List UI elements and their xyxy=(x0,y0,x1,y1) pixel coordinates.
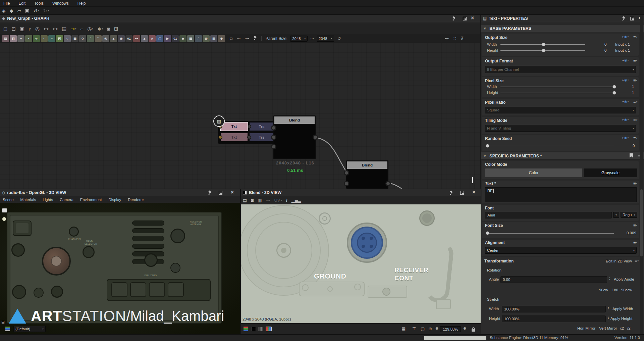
expose-function-icon[interactable]: ▸◉▾ xyxy=(623,78,629,82)
stretch-width-field[interactable]: 100.00% xyxy=(502,306,606,312)
search-icon[interactable]: ◎ xyxy=(35,26,40,32)
splatter-node-button[interactable]: ∴ xyxy=(195,35,202,42)
apply-height-button[interactable]: Apply Height xyxy=(610,316,632,321)
normal-node-button[interactable]: ◉ xyxy=(118,35,125,42)
maximize-icon[interactable] xyxy=(219,191,222,196)
options-menu-icon[interactable]: ≡ xyxy=(633,99,637,104)
menubar-item[interactable]: Tools xyxy=(34,1,44,6)
copy-image-icon[interactable]: ▥ xyxy=(258,198,262,203)
pixel-width-slider[interactable] xyxy=(500,87,615,87)
timing-icon[interactable]: ◷ xyxy=(87,26,93,32)
directional-warp-node-button[interactable]: ▲ xyxy=(141,35,148,42)
options-menu-icon[interactable]: ≡ xyxy=(633,117,637,123)
rotate-180-button[interactable]: 180 xyxy=(612,288,618,292)
parent-size-height-select[interactable]: 2048▾ xyxy=(317,36,334,42)
parent-size-width-select[interactable]: 2048▾ xyxy=(290,36,308,42)
close-icon[interactable]: × xyxy=(471,16,474,20)
edit-in-2d-view-button[interactable]: Edit in 2D View xyxy=(606,259,632,263)
snap-options-icon[interactable]: ∷ xyxy=(453,36,456,41)
info-icon[interactable]: i xyxy=(286,198,287,203)
options-menu-icon[interactable]: ≡ xyxy=(633,35,637,40)
angle-field[interactable]: 0.00 xyxy=(500,276,607,283)
menubar-item[interactable]: Help xyxy=(77,1,86,6)
close-icon[interactable]: × xyxy=(231,190,234,194)
actual-zoom-icon[interactable]: ⊡ xyxy=(11,26,16,32)
options-menu-icon[interactable]: ≡ xyxy=(633,136,637,141)
zoom-out-icon[interactable]: ⊖ xyxy=(435,326,438,331)
maximize-icon[interactable] xyxy=(460,191,464,196)
text-node-2[interactable]: Txt xyxy=(220,133,248,142)
quad-transform-node-button[interactable]: ◇ xyxy=(79,35,86,42)
properties-scrollbar[interactable] xyxy=(640,15,643,334)
view-3d-menu-item[interactable]: Display xyxy=(108,198,121,202)
reset-size-icon[interactable]: ↺ xyxy=(337,36,341,41)
stretch-height-stepper[interactable]: ▴▾ xyxy=(608,316,609,320)
undo-icon[interactable]: ↺ xyxy=(34,8,39,13)
channels-icon[interactable] xyxy=(244,327,249,332)
background-gray-swatch[interactable] xyxy=(258,327,263,331)
expose-function-icon[interactable]: ▸◉▾ xyxy=(623,100,629,103)
view-3d-menu-item[interactable]: Renderer xyxy=(128,198,144,202)
menubar-item[interactable]: Windows xyxy=(52,1,69,6)
pin-icon[interactable] xyxy=(622,16,626,22)
link-node-icon[interactable]: ⊶ xyxy=(266,198,270,203)
specific-parameters-section[interactable]: ∨SPECIFIC PARAMETERS * ≡ xyxy=(481,152,644,160)
font-family-dropdown-button[interactable]: ▾ xyxy=(613,212,619,218)
preset-icon[interactable] xyxy=(630,153,633,159)
connector-style-icon[interactable]: ⌐ xyxy=(80,26,83,32)
sharpen-node-button[interactable]: ∵ xyxy=(95,35,102,42)
base-parameters-section[interactable]: ∨BASE PARAMETERS xyxy=(481,25,644,32)
distance-node-button[interactable]: ▶ xyxy=(164,35,171,42)
tools-icon[interactable]: ∗ xyxy=(97,26,103,32)
options-menu-icon[interactable]: ≡ xyxy=(633,240,637,245)
output-format-select[interactable]: 8 Bits per Channel▾ xyxy=(485,66,636,73)
lock-zoom-icon[interactable] xyxy=(472,328,475,333)
transform-node-1[interactable]: Trs xyxy=(249,122,274,131)
view-3d-menu-item[interactable]: Environment xyxy=(80,198,102,202)
hsl-node-button[interactable]: ◐ xyxy=(41,35,48,42)
stretch-height-field[interactable]: 100.00% xyxy=(502,315,606,322)
frame-icon[interactable]: ⊞ xyxy=(114,26,118,32)
expose-function-icon[interactable]: ▸◉▾ xyxy=(623,58,629,62)
save-icon[interactable]: ▣ xyxy=(25,8,29,13)
material-select[interactable]: (Default)▾ xyxy=(13,326,46,332)
transformation-node-button[interactable]: ▦ xyxy=(71,35,78,42)
display-settings-icon[interactable] xyxy=(2,208,7,212)
graph-canvas[interactable]: ▤ Txt Trs Txt Trs Blend xyxy=(0,43,480,189)
options-menu-icon[interactable]: ≡ xyxy=(635,258,639,263)
maximize-icon[interactable] xyxy=(463,17,467,21)
color-profile-icon[interactable] xyxy=(266,327,272,331)
alignment-select[interactable]: Center▾ xyxy=(485,247,637,254)
gradient-linear-node-button[interactable]: 01 xyxy=(172,35,179,42)
menubar-item[interactable]: File xyxy=(3,1,10,6)
maximize-icon[interactable] xyxy=(630,17,634,21)
levels-node-button[interactable]: ≡ xyxy=(48,35,55,42)
pin-icon[interactable] xyxy=(452,16,456,22)
apply-angle-button[interactable]: Apply Angle xyxy=(614,277,634,281)
material-layers-icon[interactable] xyxy=(5,327,11,331)
view-3d-menu-item[interactable]: Camera xyxy=(60,198,73,202)
view-3d-viewport[interactable]: CHANNELS BANDSELECTOR TUNING CONTROL REC… xyxy=(0,203,240,335)
screenshot-icon[interactable]: ▣ xyxy=(20,26,24,32)
zoom-in-icon[interactable]: ⊕ xyxy=(463,326,466,331)
shape-splatter-node-button[interactable]: ◍ xyxy=(203,35,210,42)
angle-stepper[interactable]: ▴▾ xyxy=(609,277,610,280)
blend-node-2[interactable]: Blend xyxy=(346,160,388,189)
color-mode-grayscale-button[interactable]: Grayscale xyxy=(584,168,637,177)
expose-function-icon[interactable]: ▸◉▾ xyxy=(623,35,629,39)
view-3d-menu-item[interactable]: Lights xyxy=(43,198,53,202)
options-menu-icon[interactable]: ≡ xyxy=(633,58,637,63)
fit-view-icon[interactable]: ◻ xyxy=(3,26,7,32)
ruler-toggle-icon[interactable]: ⊤ xyxy=(412,326,416,331)
random-seed-slider[interactable] xyxy=(487,146,614,146)
text-node-button[interactable]: A xyxy=(149,35,156,42)
pixel-ratio-select[interactable]: Square▾ xyxy=(485,107,636,113)
pixel-height-slider[interactable] xyxy=(500,93,615,93)
blur-node-button[interactable]: ◎ xyxy=(102,35,109,42)
text-input[interactable]: RE xyxy=(485,187,637,202)
grayscale-conversion-node-button[interactable]: 01 xyxy=(125,35,132,42)
gradient-map-node-button[interactable]: ◩ xyxy=(56,35,63,42)
curve-node-button[interactable]: ∿ xyxy=(33,35,40,42)
save-image-icon[interactable]: ◙ xyxy=(251,198,254,203)
tiling-mode-select[interactable]: H and V Tiling▾ xyxy=(485,125,636,132)
